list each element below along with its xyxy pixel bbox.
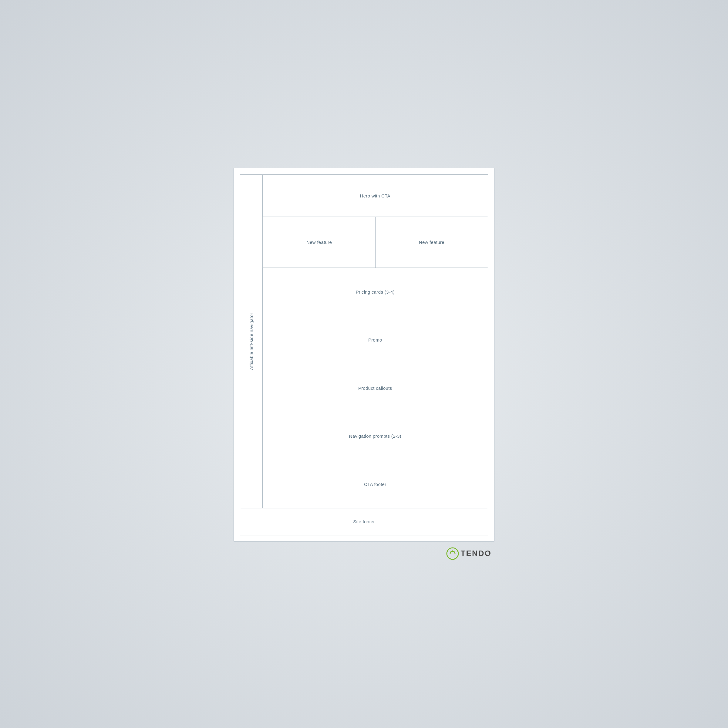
tendo-logo-icon (446, 547, 459, 560)
pricing-label: Pricing cards (3-4) (356, 289, 395, 295)
svg-point-1 (452, 550, 453, 552)
promo-label: Promo (368, 337, 382, 343)
cta-footer-section: CTA footer (262, 460, 488, 508)
product-callouts-section: Product callouts (262, 364, 488, 412)
site-footer-section: Site footer (240, 508, 488, 535)
promo-section: Promo (262, 316, 488, 364)
wireframe-container: Affixable left-side navigator Hero with … (234, 168, 494, 542)
feature-left-label: New feature (306, 240, 332, 245)
left-nav-label: Affixable left-side navigator (249, 307, 254, 376)
tendo-logo-text: TENDO (461, 549, 491, 558)
svg-point-0 (447, 548, 458, 559)
cta-footer-label: CTA footer (364, 482, 387, 487)
feature-left-block: New feature (263, 217, 376, 268)
feature-right-label: New feature (419, 240, 444, 245)
left-nav: Affixable left-side navigator (240, 174, 263, 508)
main-layout: Affixable left-side navigator Hero with … (240, 174, 488, 508)
hero-section: Hero with CTA (262, 174, 488, 217)
nav-prompts-section: Navigation prompts (2-3) (262, 412, 488, 460)
product-callouts-label: Product callouts (358, 385, 392, 391)
features-row: New feature New feature (263, 217, 488, 268)
hero-label: Hero with CTA (360, 193, 390, 198)
pricing-section: Pricing cards (3-4) (262, 268, 488, 316)
site-footer-row: Site footer (240, 508, 488, 535)
content-area: Hero with CTA New feature New feature Pr… (263, 174, 488, 508)
nav-prompts-label: Navigation prompts (2-3) (349, 433, 401, 439)
feature-right-block: New feature (375, 217, 488, 268)
logo-area: TENDO (234, 542, 494, 560)
site-footer-label: Site footer (353, 519, 375, 524)
